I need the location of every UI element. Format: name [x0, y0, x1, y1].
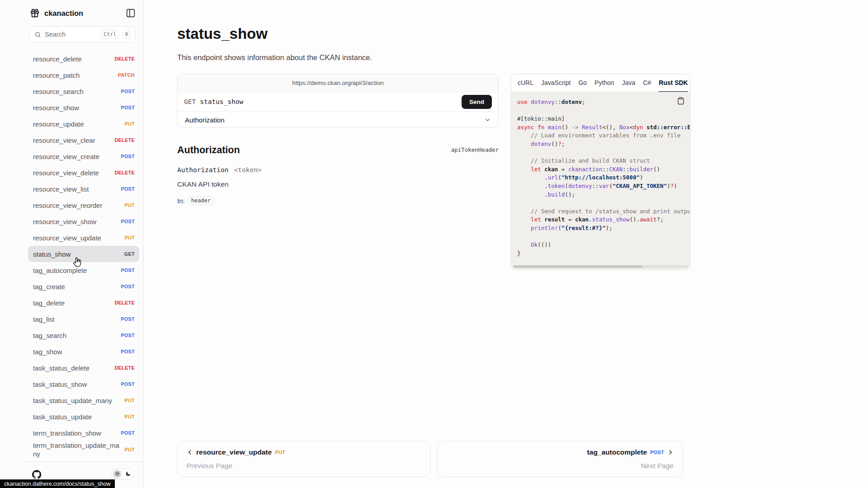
method-badge: POST	[121, 105, 135, 110]
sidebar-item-resource_view_show[interactable]: resource_view_showPOST	[28, 213, 139, 230]
status-link-preview: ckanaction.dathere.com/docs/status_show	[0, 479, 115, 488]
playground-url-bar: https://demo.ckan.org/api/3/action	[178, 74, 498, 92]
sidebar-item-tag_search[interactable]: tag_searchPOST	[28, 327, 139, 343]
dark-mode-moon-icon[interactable]	[123, 469, 132, 479]
method-badge: POST	[121, 89, 135, 94]
cursor-pointer	[72, 257, 83, 268]
next-page-card[interactable]: tag_autocomplete POST Next Page	[437, 441, 683, 477]
tab-rust-sdk[interactable]: Rust SDK	[659, 74, 688, 92]
sidebar-item-resource_view_create[interactable]: resource_view_createPOST	[28, 148, 139, 164]
code-line: let result = ckan.status_show().await?;	[517, 216, 690, 224]
prev-page-method: PUT	[275, 450, 285, 455]
method-badge: POST	[121, 219, 135, 224]
code-line	[517, 149, 690, 157]
sidebar-item-status_show[interactable]: status_showGET	[28, 246, 139, 262]
tab-javascript[interactable]: JavaScript	[541, 74, 571, 92]
method-badge: DELETE	[114, 137, 135, 143]
auth-heading: Authorization	[177, 145, 240, 156]
search-input[interactable]: Search Ctrl K	[29, 26, 135, 42]
tab-c-[interactable]: C#	[643, 74, 651, 92]
auth-param-name: Authorization	[177, 166, 229, 174]
sidebar-collapse-icon[interactable]	[126, 8, 136, 18]
code-line: .token(dotenvy::var("CKAN_API_TOKEN")?)	[517, 182, 690, 191]
auth-scheme-ref: apiTokenHeader	[451, 146, 499, 153]
sidebar-item-label: resource_show	[33, 103, 79, 112]
sidebar-item-resource_delete[interactable]: resource_deleteDELETE	[28, 51, 139, 67]
code-line	[517, 107, 690, 115]
auth-description: CKAN API token	[177, 180, 229, 188]
github-icon[interactable]	[32, 470, 41, 479]
scrollbar-thumb[interactable]	[513, 265, 642, 268]
sidebar-item-tag_create[interactable]: tag_createPOST	[28, 278, 139, 295]
horizontal-scrollbar[interactable]	[513, 265, 688, 268]
sidebar-item-resource_view_delete[interactable]: resource_view_deleteDELETE	[28, 164, 139, 181]
previous-page-card[interactable]: resource_view_update PUT Previous Page	[177, 441, 430, 477]
sidebar-item-tag_show[interactable]: tag_showPOST	[28, 343, 139, 360]
theme-toggle[interactable]	[111, 468, 134, 479]
sidebar-nav: resource_deleteDELETEresource_patchPATCH…	[28, 51, 139, 462]
sidebar-item-label: resource_view_list	[33, 185, 89, 193]
auth-row-label: Authorization	[185, 116, 225, 124]
sidebar-item-resource_view_update[interactable]: resource_view_updatePUT	[28, 230, 139, 246]
code-line: Ok(())	[517, 241, 690, 249]
sidebar-item-task_status_delete[interactable]: task_status_deleteDELETE	[28, 360, 139, 376]
page-description: This endpoint shows information about th…	[177, 53, 372, 62]
sidebar-item-resource_view_reorder[interactable]: resource_view_reorderPUT	[28, 197, 139, 213]
sidebar-item-label: resource_view_create	[33, 152, 99, 161]
method-badge: PUT	[124, 121, 135, 127]
sidebar-item-tag_delete[interactable]: tag_deleteDELETE	[28, 295, 139, 311]
code-line: let ckan = ckanaction::CKAN::builder()	[517, 165, 690, 174]
method-badge: PUT	[124, 235, 135, 240]
sidebar-item-tag_list[interactable]: tag_listPOST	[28, 311, 139, 327]
gift-logo-icon	[30, 8, 40, 18]
request-method: GET	[184, 98, 196, 105]
method-badge: PUT	[124, 447, 135, 452]
sidebar-item-label: tag_delete	[33, 299, 65, 307]
sidebar-item-label: resource_update	[33, 120, 84, 128]
code-line	[517, 199, 690, 207]
tab-curl[interactable]: cURL	[518, 74, 533, 92]
search-placeholder: Search	[45, 31, 97, 38]
sidebar-item-resource_patch[interactable]: resource_patchPATCH	[28, 67, 139, 83]
playground-auth-row[interactable]: Authorization	[178, 111, 498, 127]
send-button[interactable]: Send	[462, 95, 492, 109]
method-badge: POST	[121, 430, 135, 436]
method-badge: GET	[124, 251, 135, 257]
method-badge: PUT	[124, 414, 135, 419]
chevron-down-icon	[484, 117, 491, 123]
chevron-right-icon	[667, 449, 674, 455]
tab-python[interactable]: Python	[594, 74, 614, 92]
light-mode-sun-icon[interactable]	[113, 469, 122, 479]
method-badge: POST	[121, 154, 135, 159]
sidebar-item-task_status_update[interactable]: task_status_updatePUT	[28, 408, 139, 425]
sidebar-item-resource_view_clear[interactable]: resource_view_clearDELETE	[28, 132, 139, 148]
chevron-left-icon	[187, 449, 193, 455]
sidebar-item-resource_show[interactable]: resource_showPOST	[28, 99, 139, 116]
sidebar: ckanaction Search Ctrl K resource_delete…	[0, 0, 143, 488]
code-line: // Initialize and build CKAN struct	[517, 157, 690, 165]
sidebar-item-tag_autocomplete[interactable]: tag_autocompletePOST	[28, 262, 139, 278]
sidebar-item-label: resource_search	[33, 87, 84, 96]
sidebar-item-label: task_status_show	[33, 380, 87, 389]
sidebar-item-resource_view_list[interactable]: resource_view_listPOST	[28, 181, 139, 197]
code-tabs: cURLJavaScriptGoPythonJavaC#Rust SDK	[511, 74, 690, 92]
code-sample-panel: cURLJavaScriptGoPythonJavaC#Rust SDK use…	[511, 74, 690, 269]
method-badge: POST	[121, 316, 135, 322]
sidebar-item-term_translation_update_many[interactable]: term_translation_update_manyPUT	[28, 441, 139, 458]
tab-java[interactable]: Java	[622, 74, 636, 92]
prev-page-label: resource_view_update	[196, 448, 272, 456]
api-playground: https://demo.ckan.org/api/3/action GET s…	[177, 74, 499, 127]
code-line: dotenv()?;	[517, 140, 690, 149]
sidebar-item-resource_update[interactable]: resource_updatePUT	[28, 116, 139, 132]
sidebar-item-term_translation_show[interactable]: term_translation_showPOST	[28, 425, 139, 441]
method-badge: DELETE	[114, 365, 135, 371]
sidebar-item-resource_search[interactable]: resource_searchPOST	[28, 83, 139, 99]
tab-go[interactable]: Go	[578, 74, 587, 92]
sidebar-item-task_status_show[interactable]: task_status_showPOST	[28, 376, 139, 392]
next-page-method: POST	[650, 450, 664, 455]
sidebar-item-label: resource_view_clear	[33, 136, 95, 145]
sidebar-item-task_status_update_many[interactable]: task_status_update_manyPUT	[28, 392, 139, 408]
auth-param-row: Authorization <token>	[177, 166, 262, 174]
page-title: status_show	[177, 25, 268, 42]
copy-icon[interactable]	[677, 97, 685, 105]
